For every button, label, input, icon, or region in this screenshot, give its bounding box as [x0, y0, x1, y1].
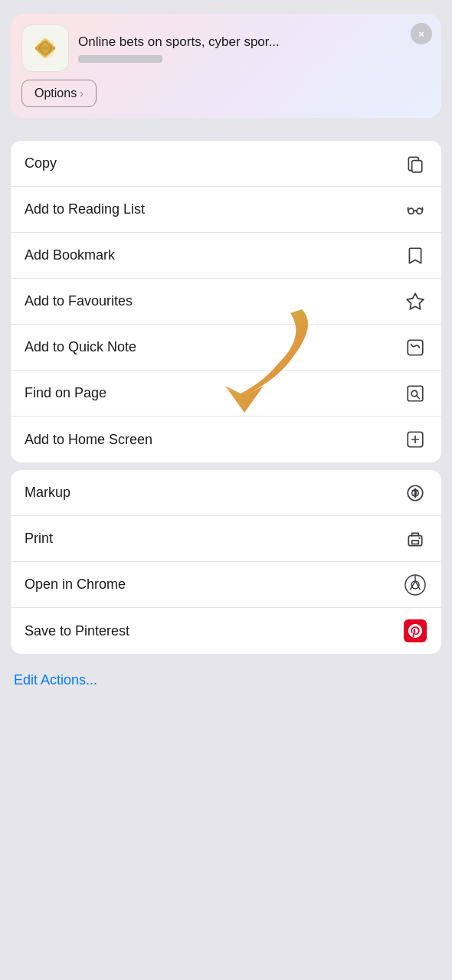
options-label: Options — [34, 87, 77, 100]
section-gap — [0, 126, 452, 141]
pinterest-icon — [403, 619, 427, 643]
svg-rect-10 — [408, 340, 423, 355]
notification-text: Online bets on sports, cyber spor... — [78, 34, 431, 63]
svg-rect-11 — [408, 386, 423, 401]
bookmark-icon — [403, 243, 427, 268]
notification-title: Online bets on sports, cyber spor... — [78, 34, 431, 51]
markup-item[interactable]: Markup A — [11, 470, 441, 516]
print-label: Print — [25, 531, 53, 547]
app-icon — [21, 24, 69, 72]
notification-card: Online bets on sports, cyber spor... × O… — [11, 14, 441, 118]
find-on-page-item[interactable]: Find on Page — [11, 371, 441, 416]
star-icon — [403, 289, 427, 314]
svg-marker-9 — [407, 293, 424, 309]
svg-point-22 — [418, 537, 420, 538]
svg-text:A: A — [412, 488, 418, 498]
menu-section-2: Markup A Print Open in Chrome — [11, 470, 441, 654]
svg-point-8 — [417, 208, 422, 214]
favourites-item[interactable]: Add to Favourites — [11, 279, 441, 325]
chrome-icon — [403, 573, 427, 597]
markup-label: Markup — [25, 485, 70, 501]
menu-section-1: Copy Add to Reading List Add Bookmark — [11, 141, 441, 462]
notification-subtitle — [78, 55, 162, 63]
copy-label: Copy — [25, 155, 57, 172]
pinterest-item[interactable]: Save to Pinterest — [11, 608, 441, 654]
home-screen-icon — [403, 427, 427, 452]
home-screen-item[interactable]: Add to Home Screen — [11, 416, 441, 462]
bookmark-label: Add Bookmark — [25, 247, 115, 263]
pinterest-label: Save to Pinterest — [25, 623, 129, 639]
reading-list-icon — [403, 198, 427, 222]
close-button[interactable]: × — [411, 23, 432, 44]
reading-list-item[interactable]: Add to Reading List — [11, 187, 441, 233]
bookmark-item[interactable]: Add Bookmark — [11, 233, 441, 279]
open-chrome-label: Open in Chrome — [25, 577, 126, 593]
markup-icon: A — [403, 481, 427, 505]
copy-item[interactable]: Copy — [11, 141, 441, 187]
options-button[interactable]: Options › — [21, 80, 97, 107]
edit-actions-section: Edit Actions... — [11, 665, 441, 696]
favourites-label: Add to Favourites — [25, 293, 133, 309]
svg-rect-6 — [412, 160, 422, 172]
print-item[interactable]: Print — [11, 516, 441, 562]
svg-rect-21 — [412, 541, 419, 544]
home-screen-label: Add to Home Screen — [25, 432, 152, 448]
copy-icon — [403, 152, 427, 176]
svg-point-7 — [408, 208, 414, 214]
svg-line-13 — [417, 396, 419, 398]
edit-actions-button[interactable]: Edit Actions... — [14, 672, 97, 688]
find-icon — [403, 381, 427, 406]
options-chevron: › — [80, 87, 84, 100]
quick-note-item[interactable]: Add to Quick Note — [11, 325, 441, 371]
quick-note-icon — [403, 335, 427, 360]
notification-top: Online bets on sports, cyber spor... — [21, 24, 431, 72]
open-chrome-item[interactable]: Open in Chrome — [11, 562, 441, 608]
print-icon — [403, 527, 427, 551]
find-on-page-label: Find on Page — [25, 385, 106, 401]
reading-list-label: Add to Reading List — [25, 201, 145, 217]
quick-note-label: Add to Quick Note — [25, 339, 136, 355]
